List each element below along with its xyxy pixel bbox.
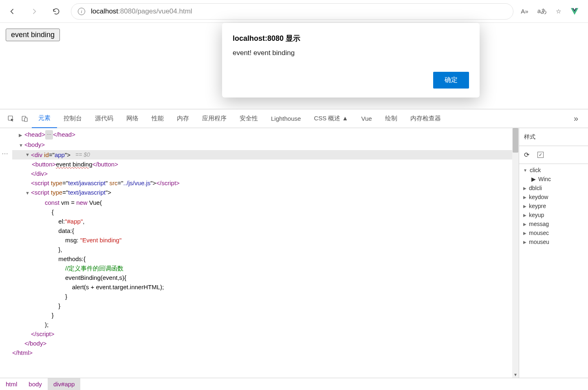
styles-tab[interactable]: 样式 (524, 133, 535, 141)
event-item[interactable]: ▶keydow (519, 193, 588, 202)
address-bar[interactable]: i localhost:8080/pages/vue04.html (71, 3, 513, 20)
event-item[interactable]: ▼click (519, 166, 588, 175)
refresh-icon[interactable]: ⟳ (524, 151, 529, 159)
tab-sources[interactable]: 源代码 (88, 109, 120, 128)
url-text: localhost:8080/pages/vue04.html (91, 7, 192, 16)
dom-breadcrumb: html body div#app (0, 378, 588, 390)
favorites-icon[interactable]: ☆ (556, 8, 561, 15)
dialog-ok-button[interactable]: 确定 (433, 72, 469, 89)
browser-toolbar: i localhost:8080/pages/vue04.html A» aあ … (0, 0, 588, 23)
back-button[interactable] (5, 4, 20, 19)
crumb-div-app[interactable]: div#app (48, 378, 81, 390)
event-binding-button[interactable]: event binding (6, 29, 60, 41)
tab-elements[interactable]: 元素 (32, 109, 57, 128)
tab-console[interactable]: 控制台 (57, 109, 88, 128)
tab-network[interactable]: 网络 (120, 109, 145, 128)
event-listeners-list: ▼click ▶Winc ▶dblcli ▶keydow ▶keypre ▶ke… (519, 164, 588, 248)
selected-dom-node[interactable]: ▼<div id="app">== $0 (12, 150, 519, 160)
dom-scrollbar[interactable]: ▲ ▼ (512, 128, 519, 378)
line-actions-icon[interactable]: ⋯ (2, 149, 9, 158)
dialog-title: localhost:8080 显示 (233, 33, 469, 43)
side-panel-toolbar: 样式 (519, 128, 588, 146)
styles-panel: 样式 ⟳ ✓ ▼click ▶Winc ▶dblcli ▶keydow ▶key… (519, 128, 588, 378)
toolbar-right-icons: A» aあ ☆ (521, 7, 583, 16)
translate-icon[interactable]: aあ (537, 7, 547, 15)
tab-performance[interactable]: 性能 (145, 109, 170, 128)
devtools-tabs: 元素 控制台 源代码 网络 性能 内存 应用程序 安全性 Lighthouse … (0, 109, 588, 128)
event-item[interactable]: ▶dblcli (519, 184, 588, 193)
device-toolbar-icon[interactable] (18, 109, 32, 128)
devtools-panel: 元素 控制台 源代码 网络 性能 内存 应用程序 安全性 Lighthouse … (0, 109, 588, 390)
event-target[interactable]: ▶Winc (519, 175, 588, 184)
tab-lighthouse[interactable]: Lighthouse (264, 109, 307, 128)
vue-extension-icon[interactable] (570, 7, 579, 16)
event-item[interactable]: ▶mouseu (519, 237, 588, 246)
refresh-button[interactable] (49, 4, 64, 19)
tab-rendering[interactable]: 绘制 (379, 109, 404, 128)
tab-memory-inspector[interactable]: 内存检查器 (404, 109, 447, 128)
alert-dialog: localhost:8080 显示 event! event binding 确… (222, 23, 480, 98)
event-item[interactable]: ▶keyup (519, 211, 588, 219)
read-aloud-icon[interactable]: A» (521, 8, 528, 15)
event-item[interactable]: ▶mousec (519, 228, 588, 237)
crumb-body[interactable]: body (23, 378, 48, 390)
crumb-html[interactable]: html (0, 378, 23, 390)
tab-security[interactable]: 安全性 (233, 109, 264, 128)
svg-rect-2 (24, 117, 27, 121)
tab-vue[interactable]: Vue (355, 109, 378, 128)
ancestors-checkbox[interactable]: ✓ (537, 152, 544, 158)
event-item[interactable]: ▶keypre (519, 202, 588, 211)
event-item[interactable]: ▶messag (519, 219, 588, 228)
inspect-element-icon[interactable] (4, 109, 18, 128)
tab-css-overview[interactable]: CSS 概述 ▲ (307, 109, 355, 128)
dialog-message: event! event binding (233, 49, 469, 57)
tab-memory[interactable]: 内存 (170, 109, 196, 128)
dom-tree-panel[interactable]: ⋯ ▶<head>⋯</head> ▼<body> ▼<div id="app"… (0, 128, 519, 378)
tab-application[interactable]: 应用程序 (196, 109, 233, 128)
site-info-icon[interactable]: i (78, 8, 85, 15)
forward-button[interactable] (27, 4, 42, 19)
more-tabs-icon[interactable]: » (568, 114, 584, 123)
